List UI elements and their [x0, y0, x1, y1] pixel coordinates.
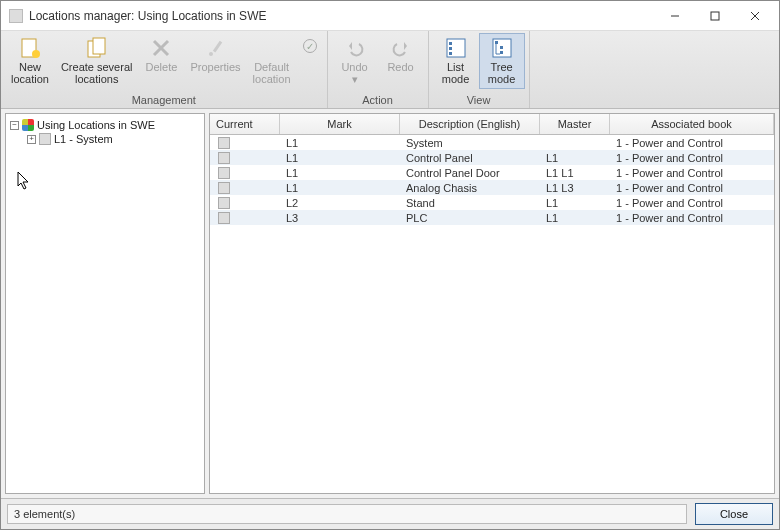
- col-description[interactable]: Description (English): [400, 114, 540, 134]
- properties-icon: [205, 37, 227, 59]
- cell-description: PLC: [400, 212, 540, 224]
- table-row[interactable]: L1Control Panel DoorL1 L11 - Power and C…: [210, 165, 774, 180]
- cell-book: 1 - Power and Control: [610, 137, 774, 149]
- location-icon: [218, 212, 230, 224]
- create-several-locations-button[interactable]: Create several locations: [55, 33, 139, 89]
- cell-master: L1: [540, 212, 610, 224]
- table-row[interactable]: L2StandL11 - Power and Control: [210, 195, 774, 210]
- title-bar: Locations manager: Using Locations in SW…: [1, 1, 779, 31]
- svg-rect-7: [93, 38, 105, 54]
- delete-icon: [150, 37, 172, 59]
- ribbon-group-management: New location Create several locations De…: [1, 31, 328, 108]
- table-row[interactable]: L1System1 - Power and Control: [210, 135, 774, 150]
- location-icon: [218, 167, 230, 179]
- collapse-icon[interactable]: −: [10, 121, 19, 130]
- cell-mark: L1: [280, 152, 400, 164]
- maximize-button[interactable]: [695, 2, 735, 30]
- properties-button[interactable]: Properties: [184, 33, 246, 77]
- svg-rect-14: [449, 47, 452, 50]
- tree-child-label: L1 - System: [54, 133, 113, 145]
- tree-mode-button[interactable]: Tree mode: [479, 33, 525, 89]
- table-header: Current Mark Description (English) Maste…: [210, 114, 774, 135]
- tree-mode-icon: [491, 37, 513, 59]
- svg-rect-1: [711, 12, 719, 20]
- cell-book: 1 - Power and Control: [610, 212, 774, 224]
- redo-button[interactable]: Redo: [378, 33, 424, 77]
- svg-rect-19: [500, 51, 503, 54]
- location-icon: [218, 152, 230, 164]
- cell-mark: L1: [280, 182, 400, 194]
- cell-mark: L2: [280, 197, 400, 209]
- content-area: − Using Locations in SWE + L1 - System C…: [1, 109, 779, 498]
- cell-current: [210, 167, 280, 179]
- cell-description: Stand: [400, 197, 540, 209]
- cell-description: Analog Chasis: [400, 182, 540, 194]
- list-mode-icon: [445, 37, 467, 59]
- redo-icon: [390, 37, 412, 59]
- svg-rect-13: [449, 42, 452, 45]
- ribbon-group-label-management: Management: [5, 92, 323, 108]
- locations-root-icon: [22, 119, 34, 131]
- ribbon-group-label-view: View: [433, 92, 525, 108]
- cell-book: 1 - Power and Control: [610, 197, 774, 209]
- ribbon-group-label-action: Action: [332, 92, 424, 108]
- checkmark-icon: ✓: [303, 39, 317, 53]
- close-window-button[interactable]: [735, 2, 775, 30]
- minimize-button[interactable]: [655, 2, 695, 30]
- cell-description: System: [400, 137, 540, 149]
- location-icon: [39, 133, 51, 145]
- tree-root-node[interactable]: − Using Locations in SWE: [8, 118, 202, 132]
- window-title: Locations manager: Using Locations in SW…: [29, 9, 655, 23]
- cell-book: 1 - Power and Control: [610, 167, 774, 179]
- location-icon: [218, 182, 230, 194]
- close-button[interactable]: Close: [695, 503, 773, 525]
- ribbon-toolbar: New location Create several locations De…: [1, 31, 779, 109]
- default-location-button[interactable]: Default location: [247, 33, 297, 89]
- col-current[interactable]: Current: [210, 114, 280, 134]
- location-icon: [218, 137, 230, 149]
- cell-current: [210, 197, 280, 209]
- cell-current: [210, 182, 280, 194]
- cell-book: 1 - Power and Control: [610, 182, 774, 194]
- ribbon-group-action: Undo ▾ Redo Action: [328, 31, 429, 108]
- table-body[interactable]: L1System1 - Power and ControlL1Control P…: [210, 135, 774, 493]
- app-icon: [9, 9, 23, 23]
- create-several-icon: [86, 37, 108, 59]
- svg-rect-10: [212, 41, 221, 53]
- col-associated-book[interactable]: Associated book: [610, 114, 774, 134]
- cell-mark: L1: [280, 137, 400, 149]
- svg-point-11: [209, 52, 213, 56]
- table-row[interactable]: L3PLCL11 - Power and Control: [210, 210, 774, 225]
- cell-mark: L1: [280, 167, 400, 179]
- cell-description: Control Panel: [400, 152, 540, 164]
- undo-icon: [344, 37, 366, 59]
- col-mark[interactable]: Mark: [280, 114, 400, 134]
- cell-master: L1: [540, 152, 610, 164]
- cell-book: 1 - Power and Control: [610, 152, 774, 164]
- list-mode-button[interactable]: List mode: [433, 33, 479, 89]
- delete-button[interactable]: Delete: [138, 33, 184, 77]
- cell-current: [210, 152, 280, 164]
- ribbon-group-view: List mode Tree mode View: [429, 31, 530, 108]
- expand-icon[interactable]: +: [27, 135, 36, 144]
- table-row[interactable]: L1Control PanelL11 - Power and Control: [210, 150, 774, 165]
- svg-point-5: [32, 50, 40, 58]
- location-icon: [218, 197, 230, 209]
- cell-mark: L3: [280, 212, 400, 224]
- cell-master: L1: [540, 197, 610, 209]
- table-row[interactable]: L1Analog ChasisL1 L31 - Power and Contro…: [210, 180, 774, 195]
- cell-description: Control Panel Door: [400, 167, 540, 179]
- new-location-button[interactable]: New location: [5, 33, 55, 89]
- status-bar: 3 element(s): [7, 504, 687, 524]
- tree-child-node[interactable]: + L1 - System: [8, 132, 202, 146]
- svg-rect-15: [449, 52, 452, 55]
- cell-master: L1 L1: [540, 167, 610, 179]
- new-location-icon: [19, 37, 41, 59]
- default-location-icon: [261, 37, 283, 59]
- tree-panel[interactable]: − Using Locations in SWE + L1 - System: [5, 113, 205, 494]
- undo-button[interactable]: Undo ▾: [332, 33, 378, 89]
- table-panel: Current Mark Description (English) Maste…: [209, 113, 775, 494]
- svg-rect-17: [495, 41, 498, 44]
- svg-rect-18: [500, 46, 503, 49]
- col-master[interactable]: Master: [540, 114, 610, 134]
